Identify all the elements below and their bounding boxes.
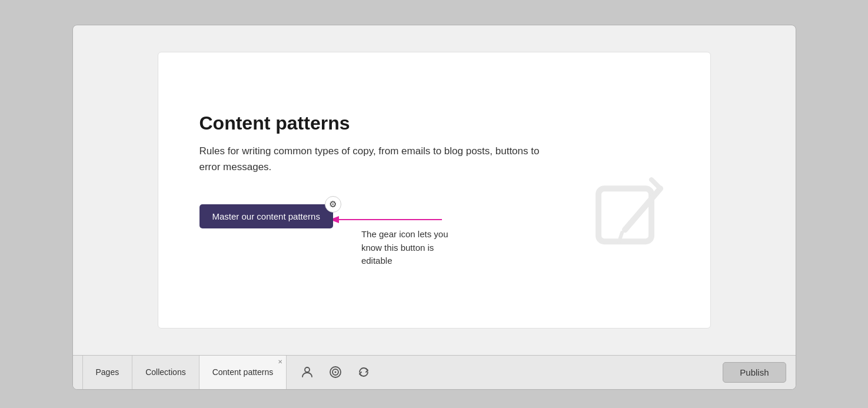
person-icon — [301, 366, 314, 379]
publish-button[interactable]: Publish — [723, 362, 786, 383]
cta-button[interactable]: Master our content patterns — [199, 204, 333, 228]
card-inner: Content patterns Rules for writing commo… — [158, 77, 710, 303]
svg-point-6 — [305, 367, 310, 372]
tab-pages-label: Pages — [96, 367, 119, 377]
svg-line-5 — [651, 180, 660, 189]
svg-rect-2 — [598, 189, 651, 242]
tab-content-patterns[interactable]: Content patterns ✕ — [199, 356, 287, 389]
target-icon-button[interactable] — [327, 363, 344, 381]
tab-collections[interactable]: Collections — [132, 356, 199, 389]
gear-badge: ⚙ — [325, 196, 341, 213]
tab-pages[interactable]: Pages — [82, 356, 133, 389]
app-frame: Content patterns Rules for writing commo… — [72, 25, 796, 390]
cta-button-wrapper: Master our content patterns ⚙ — [199, 204, 333, 228]
refresh-icon — [357, 366, 370, 379]
toolbar-icons — [298, 363, 373, 381]
main-content: Content patterns Rules for writing commo… — [73, 25, 796, 355]
toolbar-tabs: Pages Collections Content patterns ✕ — [82, 356, 287, 389]
annotation-container: The gear icon lets you know this button … — [361, 222, 461, 268]
tab-collections-label: Collections — [145, 367, 185, 377]
gear-icon: ⚙ — [329, 199, 337, 210]
svg-line-3 — [625, 189, 660, 230]
edit-icon-area — [593, 174, 669, 253]
target-icon — [329, 366, 342, 379]
annotation-text: The gear icon lets you know this button … — [361, 228, 461, 268]
toolbar-right: Publish — [723, 362, 786, 383]
bottom-toolbar: Pages Collections Content patterns ✕ — [73, 355, 796, 389]
person-icon-button[interactable] — [298, 363, 316, 381]
refresh-icon-button[interactable] — [355, 363, 373, 381]
card-description: Rules for writing common types of copy, … — [199, 143, 553, 175]
card-title: Content patterns — [199, 112, 669, 134]
edit-icon — [593, 174, 669, 251]
tab-close-icon[interactable]: ✕ — [278, 359, 282, 365]
content-card: Content patterns Rules for writing commo… — [158, 52, 711, 329]
tab-content-patterns-label: Content patterns — [212, 367, 274, 377]
svg-point-9 — [335, 371, 337, 373]
